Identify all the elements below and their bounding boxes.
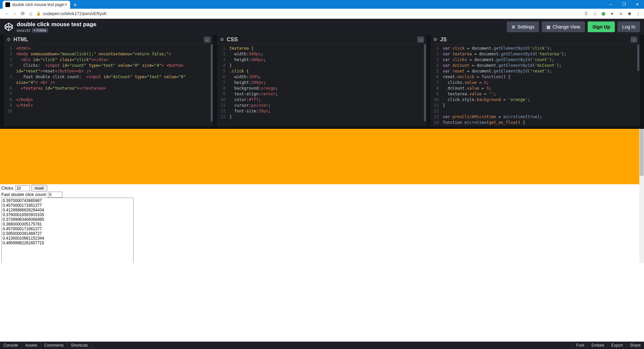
- js-panel: ⚙ JS ⌄ 123456789101112131415 var click =…: [431, 35, 640, 126]
- translate-icon[interactable]: ⠿: [583, 11, 589, 17]
- clicks-label: Clicks:: [1, 186, 14, 191]
- code-content[interactable]: var click = document.getElementById('cli…: [441, 44, 640, 126]
- tab-title: double click mouse test page: [12, 2, 64, 7]
- preview-pane: Clicks: reset Fast double click count: 0…: [0, 129, 644, 263]
- browser-tab-bar: double click mouse test page ✕ + ─ ❐ ✕: [0, 0, 644, 9]
- new-tab-button[interactable]: +: [70, 2, 80, 9]
- panel-header: ⚙ JS ⌄: [431, 35, 640, 44]
- scrollbar-thumb[interactable]: [640, 129, 644, 176]
- panel-header: ⚙ HTML ⌄: [4, 35, 213, 44]
- css-panel: ⚙ CSS ⌄ 12345678910111213 textarea { wid…: [217, 35, 427, 126]
- forward-icon[interactable]: →: [11, 10, 19, 18]
- panel-header: ⚙ CSS ⌄: [217, 35, 427, 44]
- line-gutter: 12345678910: [4, 44, 14, 126]
- window-controls: ─ ❐ ✕: [604, 0, 644, 9]
- scrollbar-thumb[interactable]: [637, 44, 639, 71]
- line-gutter: 123456789101112131415: [431, 44, 441, 126]
- log-textarea[interactable]: 0.3970000743865967 0.4570000171661377 0.…: [1, 198, 133, 263]
- fast-double-label: Fast double click count:: [1, 192, 47, 197]
- bookmark-icon[interactable]: ☆: [592, 11, 598, 17]
- menu-icon[interactable]: ⋮: [635, 11, 641, 17]
- chevron-down-icon[interactable]: ⌄: [417, 37, 424, 43]
- preview-scrollbar[interactable]: [639, 129, 644, 263]
- star-ext-icon[interactable]: ✸: [627, 11, 633, 17]
- follow-button[interactable]: + Follow: [32, 28, 48, 33]
- html-panel: ⚙ HTML ⌄ 12345678910 <html> <body onmous…: [4, 35, 213, 126]
- extension-icon[interactable]: ⬣: [600, 11, 606, 17]
- scrollbar-thumb[interactable]: [424, 44, 426, 121]
- change-view-button[interactable]: ▦Change View: [542, 21, 585, 32]
- tab-favicon: [5, 2, 10, 7]
- codepen-logo-icon[interactable]: [4, 22, 13, 32]
- url-text: codepen.io/blink172/pen/vERyxK: [43, 11, 107, 16]
- minimize-icon[interactable]: ─: [604, 0, 617, 9]
- clicks-input[interactable]: [15, 185, 30, 191]
- line-gutter: 12345678910111213: [217, 44, 227, 126]
- settings-button[interactable]: ⚙Settings: [507, 21, 539, 32]
- pen-title: double click mouse test page: [17, 21, 96, 28]
- chevron-down-icon[interactable]: ⌄: [631, 37, 637, 43]
- lock-icon: 🔒: [36, 11, 41, 16]
- scrollbar-thumb[interactable]: [211, 44, 213, 121]
- pen-author[interactable]: blink192: [17, 29, 31, 33]
- code-content[interactable]: textarea { width:500px; height:400px; } …: [227, 44, 427, 126]
- puzzle-icon[interactable]: ✦: [609, 11, 615, 17]
- chevron-down-icon[interactable]: ⌄: [204, 37, 211, 43]
- login-button[interactable]: Log In: [618, 21, 640, 32]
- editor-row: ⚙ HTML ⌄ 12345678910 <html> <body onmous…: [0, 35, 644, 129]
- back-icon[interactable]: ←: [3, 10, 11, 18]
- gear-icon[interactable]: ⚙: [433, 37, 437, 42]
- reset-button[interactable]: reset: [31, 185, 48, 192]
- maximize-icon[interactable]: ❐: [617, 0, 631, 9]
- gear-icon[interactable]: ⚙: [220, 37, 224, 42]
- panel-title: HTML: [13, 37, 28, 43]
- panel-title: CSS: [227, 37, 238, 43]
- close-window-icon[interactable]: ✕: [631, 0, 644, 9]
- list-icon[interactable]: ≡: [618, 11, 624, 17]
- browser-tab[interactable]: double click mouse test page ✕: [3, 1, 70, 9]
- tab-close-icon[interactable]: ✕: [64, 2, 67, 7]
- url-field[interactable]: 🔒 codepen.io/blink172/pen/vERyxK: [35, 11, 583, 16]
- js-editor[interactable]: 123456789101112131415 var click = docume…: [431, 44, 640, 126]
- signup-button[interactable]: Sign Up: [588, 21, 615, 32]
- html-editor[interactable]: 12345678910 <html> <body onmousedown="mo…: [4, 44, 213, 126]
- code-content[interactable]: <html> <body onmousedown="mouseClick();"…: [14, 44, 213, 126]
- gear-icon[interactable]: ⚙: [7, 37, 11, 42]
- fast-count-input[interactable]: [48, 192, 62, 198]
- click-target-area[interactable]: [0, 129, 644, 184]
- codepen-header: double click mouse test page blink192 + …: [0, 19, 644, 35]
- address-bar: ← → ⟳ ⌂ 🔒 codepen.io/blink172/pen/vERyxK…: [0, 9, 644, 19]
- home-icon[interactable]: ⌂: [27, 10, 35, 18]
- css-editor[interactable]: 12345678910111213 textarea { width:500px…: [217, 44, 427, 126]
- layout-icon: ▦: [546, 24, 550, 30]
- gear-icon: ⚙: [512, 24, 516, 30]
- panel-title: JS: [440, 37, 447, 43]
- reload-icon[interactable]: ⟳: [19, 10, 27, 18]
